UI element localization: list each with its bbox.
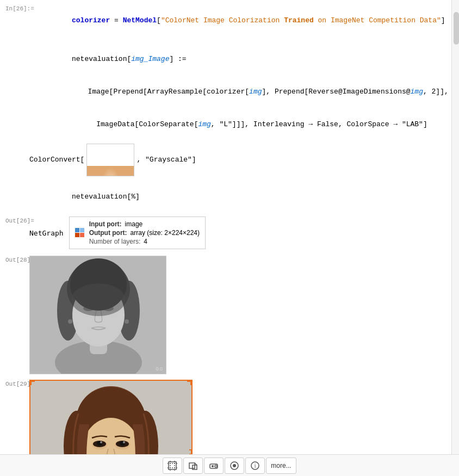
svg-point-30 [100, 441, 102, 443]
cell-out26: Out[26]= NetGraph Input po [5, 217, 454, 249]
info-button[interactable]: i [245, 458, 265, 474]
scrollbar-thumb[interactable] [454, 12, 459, 45]
svg-point-31 [123, 441, 125, 443]
cell-in26-code: colorizer = NetModel["ColorNet Image Col… [29, 4, 454, 213]
netgraph-tooltip: Input port: image Output port: array (si… [69, 217, 206, 249]
scrollbar-track[interactable] [451, 0, 459, 454]
svg-point-14 [125, 319, 129, 324]
output-image-bw: 0.0 [29, 256, 166, 374]
crop-button[interactable] [163, 458, 182, 474]
svg-text:i: i [255, 463, 256, 469]
bottom-toolbar: i more... [0, 454, 459, 476]
more-button[interactable]: more... [266, 458, 296, 474]
main-content: In[26]:= colorizer = NetModel["ColorNet … [0, 0, 459, 476]
svg-point-12 [71, 283, 126, 316]
cell-in26-label: In[26]:= [5, 4, 29, 213]
notebook-container: In[26]:= colorizer = NetModel["ColorNet … [0, 0, 459, 476]
bw-watermark: 0.0 [156, 366, 163, 372]
inline-portrait [86, 144, 134, 176]
filter-button[interactable] [225, 458, 244, 474]
svg-point-13 [68, 319, 72, 324]
svg-rect-39 [189, 463, 195, 468]
cell-out28-label: Out[28]= [5, 256, 29, 374]
cell-in26: In[26]:= colorizer = NetModel["ColorNet … [5, 4, 454, 213]
cell-out26-content: NetGraph Input port: image [29, 217, 454, 249]
cell-out28: Out[28]= [5, 256, 454, 374]
svg-point-43 [212, 465, 214, 467]
svg-point-46 [233, 464, 236, 467]
adjust-button[interactable] [204, 458, 224, 474]
cell-out28-content: 0.0 [29, 256, 454, 374]
netgraph-info: Input port: image Output port: array (si… [89, 220, 200, 245]
cell-out26-label: Out[26]= [5, 217, 29, 249]
netgraph-icon [75, 228, 85, 238]
svg-point-44 [215, 465, 217, 467]
svg-rect-34 [169, 462, 176, 469]
resize-button[interactable] [183, 458, 203, 474]
